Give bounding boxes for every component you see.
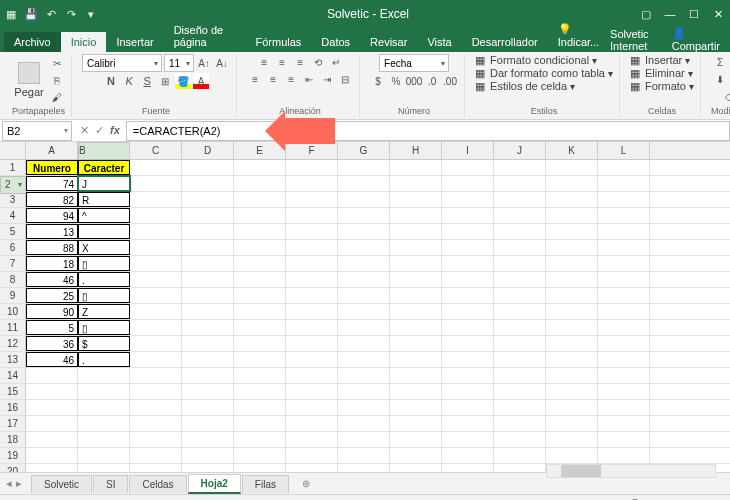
- row-header[interactable]: 9: [0, 288, 26, 303]
- cell[interactable]: [78, 448, 130, 463]
- cancel-formula-icon[interactable]: ✕: [80, 124, 89, 137]
- cell[interactable]: [130, 448, 182, 463]
- cell[interactable]: [338, 304, 390, 319]
- cell[interactable]: [286, 368, 338, 383]
- cell[interactable]: [234, 464, 286, 472]
- wrap-text-icon[interactable]: ↵: [328, 54, 344, 70]
- cell[interactable]: [598, 288, 650, 303]
- font-name-select[interactable]: Calibri: [82, 54, 162, 72]
- row-header[interactable]: 5: [0, 224, 26, 239]
- cell[interactable]: J: [78, 176, 130, 191]
- cell[interactable]: [494, 432, 546, 447]
- name-box[interactable]: B2: [2, 121, 72, 141]
- cell[interactable]: [130, 400, 182, 415]
- cell[interactable]: ^: [78, 208, 130, 223]
- cell[interactable]: [598, 160, 650, 175]
- copy-icon[interactable]: ⎘: [49, 72, 65, 88]
- cell[interactable]: 36: [26, 336, 78, 351]
- cell[interactable]: [390, 160, 442, 175]
- cell[interactable]: [182, 160, 234, 175]
- cell[interactable]: .: [78, 272, 130, 287]
- fill-icon[interactable]: ⬇: [712, 71, 728, 87]
- cell[interactable]: [286, 400, 338, 415]
- cell[interactable]: [598, 384, 650, 399]
- cell[interactable]: [182, 464, 234, 472]
- cell[interactable]: [390, 416, 442, 431]
- cell[interactable]: [546, 384, 598, 399]
- conditional-format-button[interactable]: ▦Formato condicional ▾: [475, 54, 597, 66]
- cell[interactable]: [390, 256, 442, 271]
- cell[interactable]: [442, 256, 494, 271]
- cell[interactable]: Z: [78, 304, 130, 319]
- cell[interactable]: [546, 432, 598, 447]
- cell[interactable]: 94: [26, 208, 78, 223]
- cell[interactable]: [338, 352, 390, 367]
- cell[interactable]: [338, 176, 390, 191]
- cell[interactable]: [130, 336, 182, 351]
- view-layout-icon[interactable]: ▤: [536, 497, 552, 501]
- sheet-tab[interactable]: Celdas: [129, 475, 186, 493]
- share-button[interactable]: 👤 Compartir: [672, 27, 720, 52]
- align-left-icon[interactable]: ≡: [247, 71, 263, 87]
- row-header[interactable]: 18: [0, 432, 26, 447]
- cell[interactable]: [494, 304, 546, 319]
- cell[interactable]: 13: [26, 224, 78, 239]
- cell[interactable]: [546, 224, 598, 239]
- cell[interactable]: [130, 416, 182, 431]
- font-color-icon[interactable]: A: [193, 73, 209, 89]
- cell[interactable]: [78, 368, 130, 383]
- cell[interactable]: [182, 368, 234, 383]
- cell[interactable]: [494, 464, 546, 472]
- cell[interactable]: [390, 352, 442, 367]
- fx-icon[interactable]: fx: [110, 124, 120, 137]
- cell[interactable]: [286, 464, 338, 472]
- cell[interactable]: .: [78, 352, 130, 367]
- clear-icon[interactable]: ◇: [721, 88, 730, 104]
- cell[interactable]: [78, 464, 130, 472]
- cell[interactable]: [390, 192, 442, 207]
- cell[interactable]: [546, 320, 598, 335]
- cell[interactable]: [494, 208, 546, 223]
- cell[interactable]: [130, 224, 182, 239]
- cell[interactable]: [546, 256, 598, 271]
- merge-icon[interactable]: ⊟: [337, 71, 353, 87]
- select-all-corner[interactable]: [0, 142, 26, 159]
- cell[interactable]: [234, 416, 286, 431]
- cell[interactable]: [442, 272, 494, 287]
- cell[interactable]: [546, 448, 598, 463]
- cell[interactable]: [182, 384, 234, 399]
- cell[interactable]: [338, 272, 390, 287]
- cell[interactable]: [494, 368, 546, 383]
- cell[interactable]: [390, 176, 442, 191]
- row-header[interactable]: 8: [0, 272, 26, 287]
- ribbon-options-icon[interactable]: ▢: [638, 7, 654, 21]
- cell[interactable]: [182, 272, 234, 287]
- cell[interactable]: [130, 320, 182, 335]
- spreadsheet-grid[interactable]: A B C D E F G H I J K L 1NumeroCaracter2…: [0, 142, 730, 472]
- cell[interactable]: [494, 384, 546, 399]
- cell[interactable]: [546, 336, 598, 351]
- align-right-icon[interactable]: ≡: [283, 71, 299, 87]
- cell[interactable]: [234, 304, 286, 319]
- cell[interactable]: [494, 416, 546, 431]
- cell[interactable]: [130, 256, 182, 271]
- autosum-icon[interactable]: Σ: [712, 54, 728, 70]
- cell[interactable]: [130, 288, 182, 303]
- cell[interactable]: [390, 288, 442, 303]
- cell[interactable]: [442, 208, 494, 223]
- col-header[interactable]: A: [26, 142, 78, 159]
- row-header[interactable]: 13: [0, 352, 26, 367]
- cell[interactable]: [286, 240, 338, 255]
- cell[interactable]: [234, 272, 286, 287]
- cell[interactable]: [130, 464, 182, 472]
- tab-home[interactable]: Inicio: [61, 32, 107, 52]
- cell[interactable]: [598, 176, 650, 191]
- cell[interactable]: [234, 448, 286, 463]
- cell[interactable]: [338, 208, 390, 223]
- currency-icon[interactable]: $: [370, 73, 386, 89]
- cell[interactable]: X: [78, 240, 130, 255]
- cell[interactable]: [234, 400, 286, 415]
- cell[interactable]: [130, 432, 182, 447]
- cell[interactable]: [390, 208, 442, 223]
- cell[interactable]: [234, 240, 286, 255]
